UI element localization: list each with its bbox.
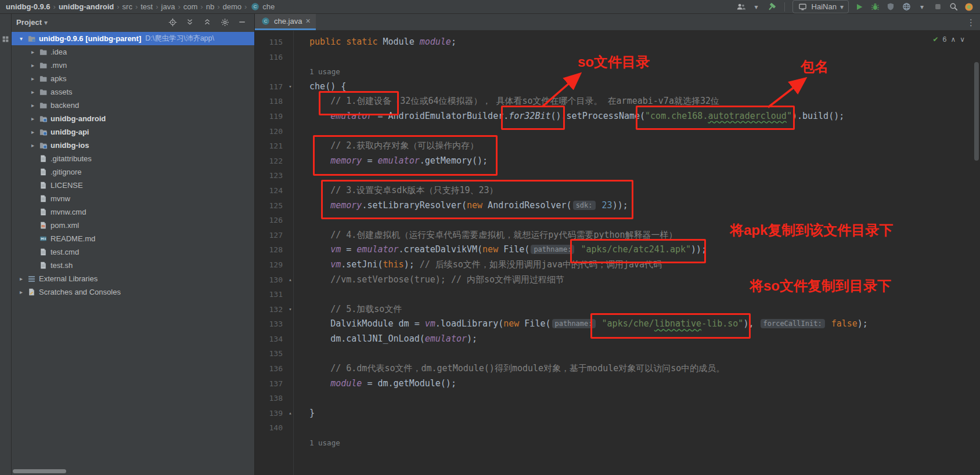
- stop-icon[interactable]: [932, 2, 943, 12]
- project-title[interactable]: Project: [16, 18, 42, 27]
- chevron-right-icon[interactable]: ▸: [28, 129, 38, 135]
- tree-item[interactable]: ▸backend: [12, 99, 254, 112]
- code-line[interactable]: 125 memory.setLibraryResolver(new Androi…: [255, 198, 980, 213]
- horizontal-scrollbar[interactable]: [13, 469, 66, 473]
- chevron-right-icon[interactable]: ▸: [16, 289, 26, 295]
- hide-icon[interactable]: [237, 17, 247, 27]
- code-line[interactable]: 135: [255, 346, 980, 361]
- vertical-scrollbar[interactable]: [973, 31, 979, 475]
- usage-inlay-line[interactable]: 1 usage: [255, 64, 980, 79]
- code-line[interactable]: 132▾ // 5.加载so文件: [255, 302, 980, 317]
- breadcrumb-item[interactable]: com: [182, 2, 199, 11]
- tree-item[interactable]: ▸unidbg-ios: [12, 139, 254, 152]
- code-line[interactable]: 128 vm = emulator.createDalvikVM(new Fil…: [255, 242, 980, 258]
- tree-item[interactable]: mpom.xml: [12, 219, 254, 232]
- fold-marker-icon[interactable]: ▴: [285, 406, 296, 421]
- tree-item[interactable]: test.sh: [12, 259, 254, 272]
- code-line[interactable]: 118 // 1.创建设备（32位或64位模拟器）， 具体看so文件在哪个目录。…: [255, 94, 980, 109]
- code-line[interactable]: 117▾ che() {: [255, 79, 980, 95]
- chevron-right-icon[interactable]: ▸: [28, 75, 38, 82]
- code-line[interactable]: 127 // 4.创建虚拟机（运行安卓代码需要虚拟机，就想运行py代码需要pyt…: [255, 228, 980, 243]
- expand-all-icon[interactable]: [185, 17, 195, 27]
- code-line[interactable]: 130▴ //vm.setVerbose(true); // 内部so文件调用过…: [255, 273, 980, 288]
- debug-icon[interactable]: [870, 2, 880, 12]
- code-line[interactable]: 124 // 3.设置安卓sdk版本（只支持19、23）: [255, 183, 980, 198]
- code-line[interactable]: 119 emulator = AndroidEmulatorBuilder.fo…: [255, 109, 980, 124]
- chevron-down-icon[interactable]: ▾: [44, 18, 48, 27]
- settings-gear-icon[interactable]: [219, 17, 230, 27]
- code-line[interactable]: 129 vm.setJni(this); // 后续so文件，如果没用调用jav…: [255, 258, 980, 273]
- tree-item[interactable]: ▸.idea: [12, 45, 254, 59]
- breadcrumb-item[interactable]: Cche: [248, 2, 276, 11]
- build-hammer-icon[interactable]: [766, 2, 777, 12]
- code-line[interactable]: 123: [255, 168, 980, 183]
- usage-inlay-line[interactable]: 1 usage: [255, 436, 980, 451]
- chevron-down-icon[interactable]: ∨: [960, 35, 965, 43]
- usage-hint[interactable]: 1 usage: [309, 67, 340, 76]
- more-options-icon[interactable]: ⋮: [967, 14, 975, 30]
- chevron-right-icon[interactable]: ▸: [28, 115, 38, 122]
- tree-item[interactable]: ▾unidbg-0.9.6 [unidbg-parent]D:\爬虫学习\沛齐a…: [12, 32, 254, 45]
- chevron-down-icon[interactable]: ▾: [917, 2, 927, 12]
- collapse-all-icon[interactable]: [202, 17, 212, 27]
- code-line[interactable]: 137 module = dm.getModule();: [255, 376, 980, 391]
- code-editor[interactable]: 115 public static Module module;1161 usa…: [255, 31, 980, 475]
- fold-marker-icon[interactable]: ▴: [285, 273, 296, 288]
- tree-item[interactable]: .gitignore: [12, 165, 254, 179]
- fold-marker-icon[interactable]: ▾: [285, 79, 296, 95]
- breadcrumb-item[interactable]: unidbg-0.9.6: [5, 2, 52, 11]
- tree-item[interactable]: README.md: [12, 232, 254, 245]
- tab-che-java[interactable]: C che.java ×: [255, 14, 316, 30]
- code-line[interactable]: 120: [255, 124, 980, 139]
- code-line[interactable]: 131: [255, 287, 980, 302]
- code-line[interactable]: 139▴ }: [255, 406, 980, 421]
- tree-item[interactable]: ▸apks: [12, 72, 254, 85]
- tree-item[interactable]: test.cmd: [12, 245, 254, 259]
- tree-item[interactable]: ▸assets: [12, 85, 254, 99]
- chevron-right-icon[interactable]: ▸: [16, 275, 26, 282]
- breadcrumb-item[interactable]: src: [121, 2, 134, 11]
- status-indicator-icon[interactable]: [964, 2, 974, 12]
- code-line[interactable]: 136 // 6.dm代表so文件，dm.getModule()得到module…: [255, 361, 980, 376]
- fold-marker-icon[interactable]: ▾: [285, 302, 296, 317]
- tree-item[interactable]: ▸unidbg-android: [12, 112, 254, 125]
- tree-item[interactable]: ▸External Libraries: [12, 272, 254, 285]
- breadcrumb-item[interactable]: test: [139, 2, 154, 11]
- project-stripe-icon[interactable]: [1, 34, 11, 44]
- code-line[interactable]: 122 memory = emulator.getMemory();: [255, 154, 980, 169]
- breadcrumb-item[interactable]: unidbg-android: [57, 2, 115, 11]
- run-config-select[interactable]: HaiNan ▾: [792, 0, 849, 13]
- users-icon[interactable]: [736, 2, 747, 12]
- chevron-down-icon[interactable]: ▾: [751, 2, 762, 12]
- chevron-right-icon[interactable]: ▸: [28, 89, 38, 95]
- tree-item[interactable]: ▸Scratches and Consoles: [12, 285, 254, 299]
- tree-item[interactable]: mvnw.cmd: [12, 205, 254, 219]
- code-line[interactable]: 138: [255, 391, 980, 406]
- code-line[interactable]: 134 dm.callJNI_OnLoad(emulator);: [255, 332, 980, 347]
- tree-item[interactable]: LICENSE: [12, 179, 254, 192]
- breadcrumb-item[interactable]: demo: [221, 2, 243, 11]
- code-line[interactable]: 121 // 2.获取内存对象（可以操作内存）: [255, 139, 980, 154]
- breadcrumb-item[interactable]: java: [160, 2, 176, 11]
- code-line[interactable]: 140: [255, 420, 980, 436]
- chevron-right-icon[interactable]: ▸: [28, 49, 38, 55]
- code-line[interactable]: 115 public static Module module;: [255, 35, 980, 50]
- run-icon[interactable]: [854, 2, 864, 12]
- coverage-icon[interactable]: [885, 2, 896, 12]
- inspections-widget[interactable]: ✔ 6 ∧ ∨: [932, 35, 965, 43]
- chevron-up-icon[interactable]: ∧: [950, 35, 956, 43]
- search-icon[interactable]: [948, 2, 959, 12]
- code-line[interactable]: 116: [255, 50, 980, 65]
- tree-item[interactable]: ▸unidbg-api: [12, 125, 254, 139]
- chevron-down-icon[interactable]: ▾: [16, 35, 26, 42]
- tree-item[interactable]: mvnw: [12, 192, 254, 205]
- code-line[interactable]: 126: [255, 213, 980, 228]
- usage-hint[interactable]: 1 usage: [309, 438, 340, 447]
- chevron-right-icon[interactable]: ▸: [28, 142, 38, 148]
- browser-icon[interactable]: [901, 2, 911, 12]
- chevron-right-icon[interactable]: ▸: [28, 62, 38, 68]
- tree-item[interactable]: ▸.mvn: [12, 59, 254, 72]
- close-icon[interactable]: ×: [305, 17, 310, 26]
- locate-icon[interactable]: [167, 17, 178, 27]
- breadcrumb-item[interactable]: nb: [205, 2, 215, 11]
